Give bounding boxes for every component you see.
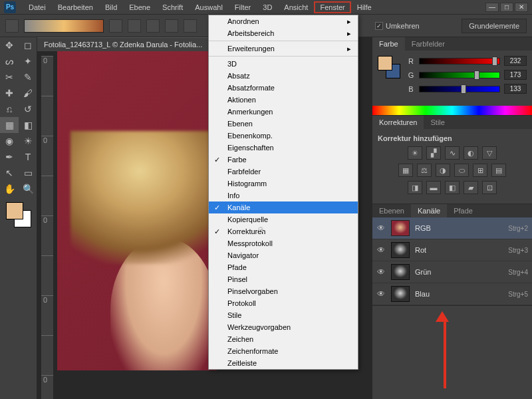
menu-ansicht[interactable]: Ansicht bbox=[278, 1, 314, 13]
levels-icon[interactable]: ▞ bbox=[426, 146, 441, 160]
dodge-tool[interactable]: ☀ bbox=[19, 133, 37, 149]
tab-farbe[interactable]: Farbe bbox=[372, 37, 405, 51]
heal-tool[interactable]: ✚ bbox=[0, 85, 19, 101]
selective-icon[interactable]: ⊡ bbox=[482, 181, 497, 194]
menu-item-absatz[interactable]: Absatz bbox=[209, 70, 358, 82]
vibrance-icon[interactable]: ▽ bbox=[482, 146, 497, 160]
gradient-linear-icon[interactable] bbox=[109, 19, 122, 33]
lookup-icon[interactable]: ▤ bbox=[491, 164, 506, 177]
tab-stile[interactable]: Stile bbox=[424, 116, 451, 129]
menu-item-ebenenkomp[interactable]: Ebenenkomp. bbox=[209, 130, 358, 142]
menu-item-pinsel[interactable]: Pinsel bbox=[209, 273, 358, 285]
move-tool[interactable]: ✥ bbox=[0, 37, 19, 53]
hand-tool[interactable]: ✋ bbox=[0, 181, 19, 197]
tab-ebenen[interactable]: Ebenen bbox=[372, 204, 411, 217]
mixer-icon[interactable]: ⊞ bbox=[473, 164, 487, 177]
menu-item-navigator[interactable]: Navigator bbox=[209, 249, 358, 261]
menu-item-eigenschaften[interactable]: Eigenschaften bbox=[209, 142, 358, 154]
tab-korrekturen[interactable]: Korrekturen bbox=[372, 116, 424, 129]
menu-item-pfade[interactable]: Pfade bbox=[209, 261, 358, 273]
menu-item-info[interactable]: Info bbox=[209, 190, 358, 201]
slider-b[interactable]: B133 bbox=[407, 84, 527, 94]
slider-r[interactable]: R232 bbox=[407, 56, 527, 66]
eyedropper-tool[interactable]: ✎ bbox=[19, 69, 37, 85]
close-button[interactable]: ✕ bbox=[515, 3, 528, 12]
menu-fenster[interactable]: Fenster bbox=[314, 1, 350, 13]
bw-icon[interactable]: ◑ bbox=[436, 164, 450, 177]
menu-item-werkzeugvorgaben[interactable]: Werkzeugvorgaben bbox=[209, 321, 358, 333]
gradient-tool[interactable]: ▦ bbox=[0, 117, 19, 133]
menu-item-farbe[interactable]: ✓Farbe bbox=[209, 154, 358, 166]
maximize-button[interactable]: □ bbox=[500, 3, 513, 12]
path-tool[interactable]: ↖ bbox=[0, 165, 19, 181]
balance-icon[interactable]: ⚖ bbox=[417, 164, 432, 177]
marquee-tool[interactable]: ◻ bbox=[19, 37, 37, 53]
menu-item-d[interactable]: 3D bbox=[209, 58, 358, 70]
menu-item-histogramm[interactable]: Histogramm bbox=[209, 178, 358, 190]
canvas[interactable] bbox=[57, 51, 217, 370]
gradient-diamond-icon[interactable] bbox=[184, 19, 197, 33]
lasso-tool[interactable]: ᔕ bbox=[0, 53, 19, 69]
shape-tool[interactable]: ▭ bbox=[19, 165, 37, 181]
menu-item-korrekturen[interactable]: ✓Korrekturen bbox=[209, 225, 358, 237]
visibility-icon[interactable]: 👁 bbox=[376, 267, 386, 277]
menu-item-anmerkungen[interactable]: Anmerkungen bbox=[209, 106, 358, 118]
slider-g[interactable]: G173 bbox=[407, 70, 527, 80]
menu-item-zeichenformate[interactable]: Zeichenformate bbox=[209, 345, 358, 357]
visibility-icon[interactable]: 👁 bbox=[376, 289, 386, 299]
eraser-tool[interactable]: ◧ bbox=[19, 117, 37, 133]
menu-item-kanle[interactable]: ✓Kanäle bbox=[209, 201, 358, 213]
threshold-icon[interactable]: ◧ bbox=[445, 181, 460, 194]
menu-item-farbfelder[interactable]: Farbfelder bbox=[209, 166, 358, 178]
history-brush-tool[interactable]: ↺ bbox=[19, 101, 37, 117]
visibility-icon[interactable]: 👁 bbox=[376, 223, 386, 233]
menu-datei[interactable]: Datei bbox=[23, 1, 52, 13]
menu-item-zeitleiste[interactable]: Zeitleiste bbox=[209, 357, 358, 369]
photo-filter-icon[interactable]: ⬭ bbox=[454, 164, 469, 177]
menu-ebene[interactable]: Ebene bbox=[123, 1, 156, 13]
menu-item-kopierquelle[interactable]: Kopierquelle bbox=[209, 213, 358, 225]
wand-tool[interactable]: ✦ bbox=[19, 53, 37, 69]
pen-tool[interactable]: ✒ bbox=[0, 149, 19, 165]
color-spectrum[interactable] bbox=[372, 106, 532, 115]
menu-schrift[interactable]: Schrift bbox=[156, 1, 189, 13]
gradient-angle-icon[interactable] bbox=[146, 19, 160, 33]
menu-item-messprotokoll[interactable]: Messprotokoll bbox=[209, 237, 358, 249]
menu-3d[interactable]: 3D bbox=[257, 1, 278, 13]
reverse-checkbox[interactable]: ✓ bbox=[375, 22, 383, 30]
menu-item-zeichen[interactable]: Zeichen bbox=[209, 333, 358, 345]
menu-item-stile[interactable]: Stile bbox=[209, 309, 358, 321]
channel-grün[interactable]: 👁GrünStrg+4 bbox=[372, 261, 532, 283]
visibility-icon[interactable]: 👁 bbox=[376, 245, 386, 255]
menu-bearbeiten[interactable]: Bearbeiten bbox=[52, 1, 99, 13]
menu-auswahl[interactable]: Auswahl bbox=[189, 1, 229, 13]
gradient-reflected-icon[interactable] bbox=[165, 19, 178, 33]
tab-farbfelder[interactable]: Farbfelder bbox=[405, 37, 452, 51]
zoom-tool[interactable]: 🔍 bbox=[19, 181, 37, 197]
tab-pfade[interactable]: Pfade bbox=[447, 204, 479, 217]
document-tab[interactable]: Fotolia_12463713_L © Zdenka Darula - Fot… bbox=[37, 37, 209, 51]
color-swatches[interactable] bbox=[6, 202, 31, 227]
invert-icon[interactable]: ◨ bbox=[408, 181, 422, 194]
brush-tool[interactable]: 🖌 bbox=[19, 85, 37, 101]
menu-item-arbeitsbereich[interactable]: Arbeitsbereich▸ bbox=[209, 27, 358, 39]
gradient-preview[interactable] bbox=[24, 19, 104, 33]
color-swatch-pair[interactable] bbox=[378, 56, 400, 78]
menu-item-ebenen[interactable]: Ebenen bbox=[209, 118, 358, 130]
brightness-icon[interactable]: ☀ bbox=[408, 146, 422, 160]
crop-tool[interactable]: ✂ bbox=[0, 69, 19, 85]
menu-item-pinselvorgaben[interactable]: Pinselvorgaben bbox=[209, 285, 358, 297]
gradient-radial-icon[interactable] bbox=[128, 19, 141, 33]
channel-rgb[interactable]: 👁RGBStrg+2 bbox=[372, 217, 532, 239]
posterize-icon[interactable]: ▬ bbox=[426, 181, 441, 194]
menu-item-erweiterungen[interactable]: Erweiterungen▸ bbox=[209, 43, 358, 55]
menu-item-protokoll[interactable]: Protokoll bbox=[209, 297, 358, 309]
menu-item-absatzformate[interactable]: Absatzformate bbox=[209, 82, 358, 94]
menu-item-aktionen[interactable]: Aktionen bbox=[209, 94, 358, 106]
tab-kanaele[interactable]: Kanäle bbox=[411, 204, 447, 217]
curves-icon[interactable]: ∿ bbox=[445, 146, 460, 160]
exposure-icon[interactable]: ◐ bbox=[464, 146, 478, 160]
workspace-switcher[interactable]: Grundelemente bbox=[462, 19, 527, 33]
channel-blau[interactable]: 👁BlauStrg+5 bbox=[372, 283, 532, 305]
type-tool[interactable]: T bbox=[19, 149, 37, 165]
